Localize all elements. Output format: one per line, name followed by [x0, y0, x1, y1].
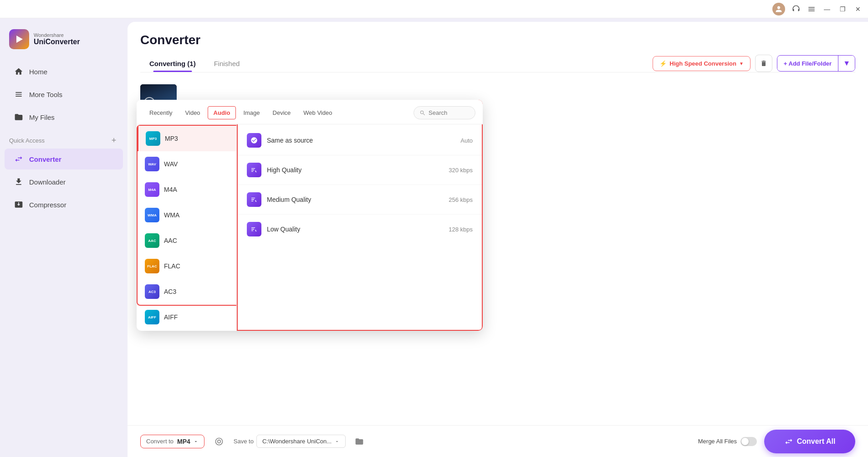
format-tab-video[interactable]: Video [180, 107, 206, 119]
format-item-m4a[interactable]: M4A M4A [138, 177, 236, 202]
my-files-icon [14, 112, 24, 122]
quality-medium[interactable]: Medium Quality 256 kbps [238, 185, 482, 215]
convert-to-group: Convert to MP4 [140, 435, 204, 448]
aac-label: AAC [164, 237, 177, 244]
quick-access-add[interactable]: + [109, 136, 118, 145]
convert-to-value: MP4 [177, 438, 190, 445]
save-to-path[interactable]: C:\Wondershare UniCon... [256, 435, 346, 448]
tabs-row: Converting (1) Finished ⚡ High Speed Con… [140, 55, 855, 72]
main-content: Recently Video Audio Image Device Web Vi… [128, 72, 868, 425]
medium-quality-bitrate: 256 kbps [449, 196, 473, 203]
high-speed-label: High Speed Conversion [669, 60, 736, 67]
format-tab-audio[interactable]: Audio [208, 106, 236, 119]
titlebar-icons: — ❐ ✕ [772, 3, 863, 15]
home-icon [14, 67, 24, 77]
format-item-flac[interactable]: FLAC FLAC [138, 253, 236, 279]
same-as-source-label: Same as source [267, 137, 455, 144]
format-tab-recently[interactable]: Recently [144, 107, 178, 119]
sidebar-item-home[interactable]: Home [5, 61, 123, 82]
format-tab-device[interactable]: Device [267, 107, 296, 119]
quality-high[interactable]: High Quality 320 kbps [238, 155, 482, 185]
dropdown-arrow-icon: ▼ [739, 61, 744, 66]
sidebar-item-more-tools[interactable]: More Tools [5, 84, 123, 105]
aac-badge: AAC [145, 233, 159, 248]
target-icon[interactable] [212, 434, 226, 449]
merge-group: Merge All Files [698, 437, 757, 446]
merge-toggle[interactable] [740, 437, 757, 446]
close-button[interactable]: ✕ [853, 5, 863, 14]
downloader-label: Downloader [29, 178, 66, 186]
format-item-wma[interactable]: WMA WMA [138, 202, 236, 228]
minimize-button[interactable]: — [822, 5, 832, 14]
sidebar-item-my-files[interactable]: My Files [5, 107, 123, 128]
add-file-label: + Add File/Folder [784, 60, 832, 67]
add-file-main[interactable]: + Add File/Folder [777, 56, 838, 71]
sidebar: Wondershare UniConverter Home More Tools… [0, 18, 128, 457]
convert-all-button[interactable]: Convert All [764, 430, 855, 453]
quality-same-as-source[interactable]: Same as source Auto [238, 126, 482, 155]
user-avatar[interactable] [772, 3, 785, 15]
formats-list-inner: MP3 MP3 WAV WAV M4A M4A WMA [137, 125, 236, 306]
low-quality-label: Low Quality [267, 226, 443, 233]
toggle-knob [741, 438, 749, 445]
page-title: Converter [140, 33, 855, 47]
quick-access-section: Quick Access + [0, 128, 128, 148]
sidebar-item-compressor[interactable]: Compressor [5, 194, 123, 215]
search-box[interactable] [414, 106, 475, 119]
add-file-button[interactable]: + Add File/Folder ▼ [777, 55, 855, 72]
bottom-bar: Convert to MP4 Save to C:\Wondershare Un… [128, 425, 868, 457]
merge-label: Merge All Files [698, 438, 737, 445]
tab-finished[interactable]: Finished [205, 55, 249, 72]
format-item-aiff[interactable]: AIFF AIFF [138, 304, 236, 330]
format-item-mp3[interactable]: MP3 MP3 [138, 126, 236, 151]
main-panel: Converter Converting (1) Finished ⚡ High… [128, 22, 868, 457]
brand-label: Wondershare [34, 32, 80, 38]
quality-medium-icon [247, 192, 261, 207]
sidebar-item-converter[interactable]: Converter [5, 149, 123, 169]
bolt-icon: ⚡ [659, 60, 667, 67]
same-as-source-bitrate: Auto [460, 137, 473, 144]
format-item-wav[interactable]: WAV WAV [138, 151, 236, 177]
format-item-ac3[interactable]: AC3 AC3 [138, 279, 236, 304]
sidebar-item-downloader[interactable]: Downloader [5, 171, 123, 192]
menu-icon[interactable] [807, 5, 816, 14]
ac3-badge: AC3 [145, 284, 159, 299]
m4a-label: M4A [164, 186, 177, 193]
format-tab-web-video[interactable]: Web Video [298, 107, 337, 119]
convert-to-select[interactable]: MP4 [177, 438, 199, 445]
wma-label: WMA [164, 211, 179, 219]
converter-icon [14, 154, 24, 164]
headset-icon[interactable] [791, 5, 801, 14]
flac-badge: FLAC [145, 259, 159, 273]
my-files-label: My Files [29, 113, 55, 121]
high-speed-button[interactable]: ⚡ High Speed Conversion ▼ [653, 56, 751, 71]
search-input[interactable] [429, 109, 470, 116]
titlebar: — ❐ ✕ [0, 0, 868, 18]
aiff-label: AIFF [164, 313, 178, 321]
wav-label: WAV [164, 160, 178, 168]
format-tab-image[interactable]: Image [238, 107, 265, 119]
product-name: UniConverter [34, 38, 80, 46]
m4a-badge: M4A [145, 182, 159, 197]
app-body: Wondershare UniConverter Home More Tools… [0, 18, 868, 457]
more-tools-icon [14, 89, 24, 99]
browse-folder-icon[interactable] [353, 435, 366, 448]
maximize-button[interactable]: ❐ [838, 5, 847, 14]
tab-converting[interactable]: Converting (1) [140, 55, 205, 72]
format-item-aac[interactable]: AAC AAC [138, 228, 236, 253]
logo-text: Wondershare UniConverter [34, 32, 80, 46]
convert-all-label: Convert All [797, 437, 836, 446]
quality-low[interactable]: Low Quality 128 kbps [238, 215, 482, 244]
mp3-badge: MP3 [146, 131, 160, 146]
save-to-path-value: C:\Wondershare UniCon... [262, 438, 332, 445]
quick-access-label: Quick Access [9, 137, 45, 144]
more-tools-label: More Tools [29, 91, 62, 98]
delete-button[interactable] [755, 55, 772, 72]
high-quality-bitrate: 320 kbps [449, 167, 473, 174]
compressor-icon [14, 200, 24, 210]
ac3-label: AC3 [164, 288, 176, 295]
quality-source-icon [247, 133, 261, 148]
add-file-dropdown-arrow[interactable]: ▼ [838, 56, 855, 71]
wav-badge: WAV [145, 157, 159, 171]
logo-icon [9, 29, 29, 49]
